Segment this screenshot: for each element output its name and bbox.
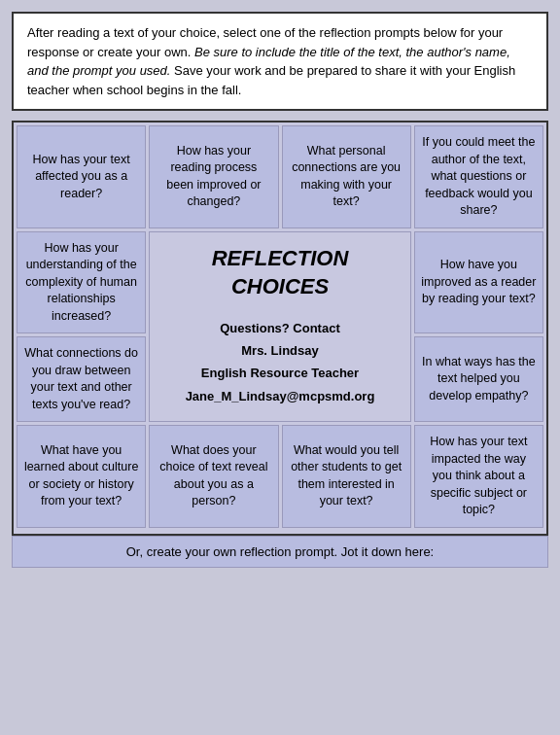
grid-title: REFLECTION CHOICES [161,245,399,300]
cell-r3c4: In what ways has the text helped you dev… [414,336,543,422]
contact-line1: Questions? Contact [186,317,375,339]
cell-r1c1: How has your text affected you as a read… [17,125,146,228]
cell-r2c4: How have you improved as a reader by rea… [414,231,543,334]
cell-r1c3: What personal connections are you making… [282,125,411,228]
reflection-grid: How has your text affected you as a read… [12,121,548,536]
contact-block: Questions? Contact Mrs. Lindsay English … [186,317,375,408]
cell-r4c3: What would you tell other students to ge… [282,425,411,528]
cell-r4c2: What does your choice of text reveal abo… [149,425,278,528]
cell-center: REFLECTION CHOICES Questions? Contact Mr… [149,231,411,423]
contact-line2: Mrs. Lindsay [186,339,375,362]
cell-r4c1: What have you learned about culture or s… [17,425,146,528]
footer-text: Or, create your own reflection prompt. J… [126,544,434,559]
contact-line4: Jane_M_Lindsay@mcpsmd.org [186,385,375,407]
cell-r1c4: If you could meet the author of the text… [414,125,543,228]
cell-r4c4: How has your text impacted the way you t… [414,425,543,528]
cell-r3c1: What connections do you draw between you… [17,336,146,422]
contact-line3: English Resource Teacher [186,362,375,384]
cell-r2c1: How has your understanding of the comple… [17,231,146,334]
cell-r1c2: How has your reading process been improv… [149,125,278,228]
intro-box: After reading a text of your choice, sel… [12,12,548,111]
footer-bar: Or, create your own reflection prompt. J… [12,536,548,568]
